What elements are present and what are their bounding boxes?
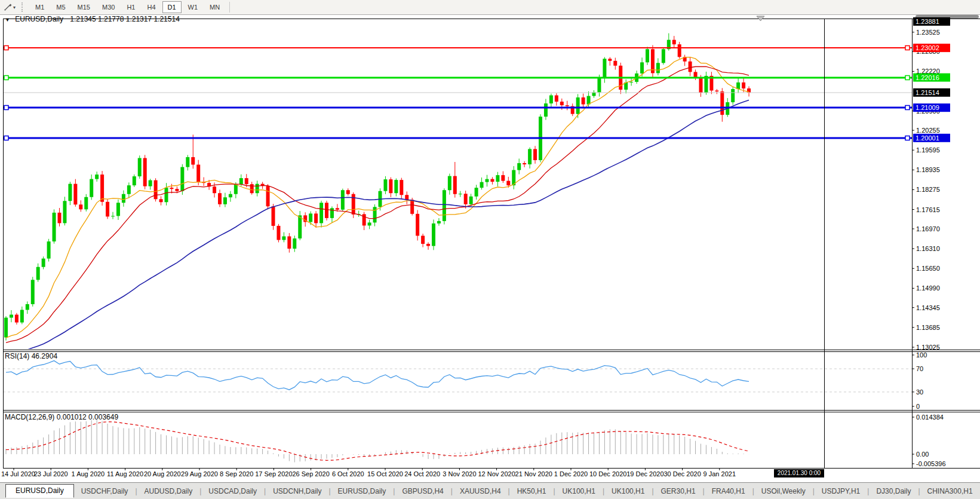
price-axis-label: 1.13685 — [916, 324, 940, 331]
candle-body — [689, 62, 692, 72]
date-axis-label: 6 Oct 2020 — [332, 470, 364, 477]
candles-layer — [4, 33, 751, 341]
tab-usdcad-daily[interactable]: USDCAD,Daily — [201, 487, 264, 495]
date-axis-label: 10 Dec 2020 — [589, 470, 626, 477]
price-axis-label: 1.15650 — [916, 265, 940, 272]
price-axis-label: 1.14990 — [916, 284, 940, 292]
price-axis-label: 1.16310 — [916, 245, 940, 252]
candle-body — [84, 197, 88, 210]
macd-layer — [6, 420, 749, 463]
candle-body — [443, 190, 446, 221]
tab-usdcnh-daily[interactable]: USDCNH,Daily — [266, 487, 328, 495]
tab-xauusd-h4[interactable]: XAUUSD,H4 — [453, 487, 508, 495]
candle-body — [517, 163, 521, 170]
level-handle[interactable] — [905, 106, 910, 110]
date-axis-label: 30 Dec 2020 — [663, 470, 701, 477]
candle-body — [566, 105, 569, 106]
candle-body — [42, 259, 45, 267]
candle-body — [464, 194, 468, 204]
candle-body — [15, 315, 19, 323]
candle-body — [672, 40, 676, 45]
candle-body — [383, 179, 387, 191]
chart-title-symbol: EURUSD,Daily — [15, 15, 63, 23]
level-handle[interactable] — [905, 46, 910, 50]
candle-body — [95, 175, 99, 179]
candle-body — [603, 59, 606, 78]
candle-body — [544, 103, 548, 117]
candle-body — [100, 175, 104, 202]
tab-uk100-h1[interactable]: UK100,H1 — [555, 487, 603, 495]
candle-body — [229, 194, 232, 198]
date-axis-label: 1 Aug 2020 — [72, 470, 105, 477]
candle-body — [116, 203, 120, 216]
candle-body — [533, 149, 537, 160]
candle-body — [47, 241, 51, 259]
tab-audusd-daily[interactable]: AUDUSD,Daily — [137, 487, 200, 495]
candle-body — [325, 203, 328, 218]
candle-body — [699, 78, 703, 93]
candle-body — [341, 190, 345, 210]
candle-body — [149, 180, 152, 186]
tab-uk100-h1[interactable]: UK100,H1 — [604, 487, 652, 495]
tab-ger30-h1[interactable]: GER30,H1 — [654, 487, 703, 495]
candle-body — [469, 197, 473, 204]
tab-eurusd-daily[interactable]: EURUSD,Daily — [331, 487, 394, 495]
tab-usoil-weekly[interactable]: USOil,Weekly — [754, 487, 813, 495]
date-axis-label: 12 Nov 2020 — [478, 470, 515, 477]
candle-body — [629, 82, 633, 82]
candle-body — [453, 176, 457, 194]
candle-body — [410, 200, 414, 214]
candle-body — [506, 181, 510, 186]
date-axis-label: 3 Nov 2020 — [443, 470, 476, 477]
tab-usdchf-daily[interactable]: USDCHF,Daily — [74, 487, 136, 495]
candle-body — [138, 158, 142, 176]
candle-body — [597, 78, 601, 93]
candle-body — [63, 201, 66, 223]
rsi-axis-label: 30 — [916, 388, 923, 396]
ma-line-10 — [6, 57, 749, 338]
price-axis-label: 1.23525 — [916, 29, 940, 36]
candle-body — [180, 167, 184, 191]
candle-body — [218, 193, 222, 204]
candle-body — [298, 215, 302, 238]
tab-china300-h1[interactable]: CHINA300,H1 — [920, 487, 980, 495]
tab-hk50-h1[interactable]: HK50,H1 — [510, 487, 554, 495]
level-handle[interactable] — [4, 106, 8, 110]
date-axis-label: 15 Oct 2020 — [367, 470, 403, 477]
level-handle[interactable] — [4, 76, 8, 80]
tab-active-eurusd-daily[interactable]: EURUSD,Daily — [5, 484, 74, 498]
candle-body — [426, 244, 430, 246]
candle-body — [448, 176, 451, 191]
candle-body — [191, 157, 195, 165]
candle-body — [154, 180, 158, 200]
level-handle[interactable] — [905, 136, 910, 140]
candle-body — [501, 175, 505, 181]
macd-axis-label: -0.005396 — [916, 460, 946, 467]
candle-body — [405, 195, 408, 200]
tab-usdjpy-h1[interactable]: USDJPY,H1 — [815, 487, 867, 495]
tab-fra40-h1[interactable]: FRA40,H1 — [705, 487, 752, 495]
candle-body — [475, 188, 478, 197]
candle-body — [496, 175, 499, 182]
level-handle[interactable] — [4, 46, 8, 50]
tab-dj30-daily[interactable]: DJ30,Daily — [869, 487, 918, 495]
tab-gbpusd-h4[interactable]: GBPUSD,H4 — [395, 487, 450, 495]
level-handle[interactable] — [905, 76, 910, 80]
candle-body — [608, 59, 612, 61]
level-handle[interactable] — [4, 136, 8, 140]
collapse-triangle-icon[interactable]: ▼ — [5, 17, 10, 23]
price-badge-text: 1.21514 — [916, 89, 939, 96]
candle-body — [272, 206, 275, 226]
candle-body — [159, 199, 163, 202]
chart-tab-bar: EURUSD,Daily USDCHF,Daily|AUDUSD,Daily|U… — [0, 482, 980, 499]
price-badge-text: 1.23002 — [916, 44, 939, 51]
candle-body — [720, 91, 724, 115]
candle-body — [287, 237, 291, 249]
macd-signal-line — [6, 422, 749, 461]
candle-body — [266, 186, 270, 206]
price-axis-label: 1.18275 — [916, 186, 940, 193]
candle-body — [656, 63, 660, 73]
price-axis-label: 1.19595 — [916, 146, 940, 154]
rsi-axis-label: 70 — [916, 365, 923, 372]
date-axis-label: 1 Dec 2020 — [554, 470, 588, 477]
